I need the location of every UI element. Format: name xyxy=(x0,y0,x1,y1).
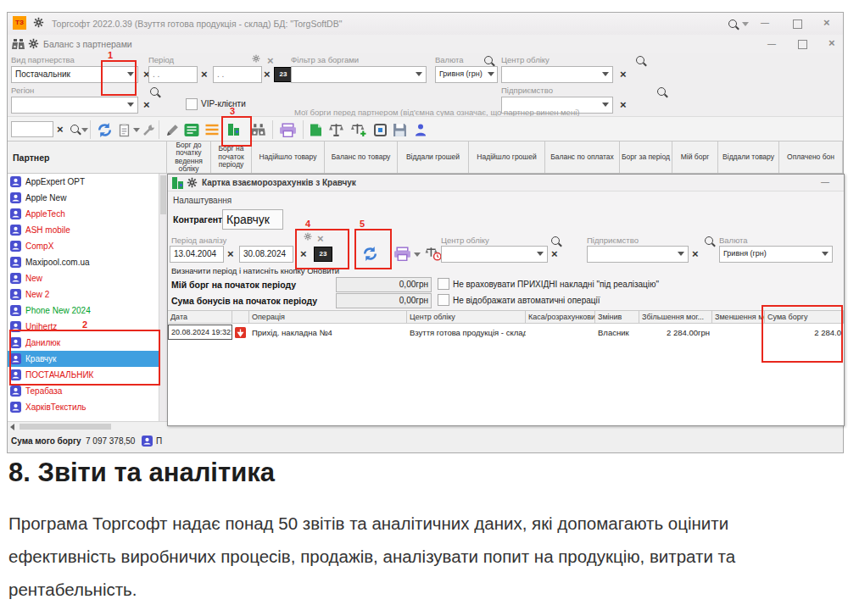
column-header[interactable]: Центр обліку xyxy=(407,310,526,324)
chevron-down-icon[interactable] xyxy=(488,72,494,76)
column-header[interactable]: Зменшення мог... xyxy=(712,310,765,324)
card-minimize-button[interactable] xyxy=(821,177,829,186)
center-search-icon[interactable] xyxy=(551,236,560,245)
column-header[interactable]: Мій борг xyxy=(672,142,718,174)
search-caret-icon[interactable] xyxy=(742,22,749,26)
settings-gear-icon[interactable] xyxy=(33,17,44,30)
clipboard-caret-icon[interactable] xyxy=(133,128,140,132)
partner-row[interactable]: CompX xyxy=(8,238,159,254)
close-button[interactable] xyxy=(823,16,830,29)
quick-search-clear-icon[interactable] xyxy=(57,125,64,134)
enterprise-clear-icon[interactable] xyxy=(620,101,627,109)
printer-icon[interactable] xyxy=(393,247,411,263)
column-header[interactable]: Борг за період xyxy=(620,142,672,174)
column-header[interactable]: Віддали грошей xyxy=(398,142,469,174)
calendar-icon[interactable]: 23 xyxy=(314,247,332,262)
search-icon[interactable] xyxy=(728,19,737,28)
partner-row[interactable]: ПОСТАЧАЛЬНИК xyxy=(8,367,159,383)
center-clear-icon[interactable] xyxy=(620,70,627,79)
date-from-field[interactable]: . . xyxy=(148,66,198,83)
partner-row[interactable]: Apple New xyxy=(8,190,159,206)
column-header[interactable]: Надійшло товару xyxy=(252,142,325,174)
chevron-down-icon[interactable] xyxy=(537,252,544,256)
calendar-icon[interactable]: 23 xyxy=(274,67,293,82)
green-card-icon[interactable] xyxy=(184,124,199,138)
refresh-icon[interactable] xyxy=(96,123,114,139)
quick-search-input[interactable] xyxy=(11,121,53,137)
printer-icon[interactable] xyxy=(279,123,297,139)
date-from-clear-icon[interactable] xyxy=(201,70,208,79)
square-icon[interactable] xyxy=(374,124,387,138)
partnership-combo[interactable]: Постачальник xyxy=(11,66,138,83)
chevron-down-icon[interactable] xyxy=(678,252,684,256)
balance-gear-icon[interactable] xyxy=(28,38,39,51)
row-cell[interactable]: 2 284.00грн xyxy=(639,325,712,340)
column-header[interactable]: Віддали товару xyxy=(718,142,779,174)
chevron-down-icon[interactable] xyxy=(602,72,609,76)
column-header[interactable]: Сума боргу xyxy=(765,310,844,324)
mutual-settlements-card-icon[interactable] xyxy=(226,123,241,138)
date-to-field[interactable]: 30.08.2024 xyxy=(239,246,293,263)
balance-restore-button[interactable] xyxy=(798,40,807,49)
row-cell[interactable] xyxy=(526,325,595,340)
orange-list-icon[interactable] xyxy=(204,124,220,137)
vip-checkbox[interactable] xyxy=(186,98,198,110)
vscrollbar-thumb[interactable] xyxy=(160,175,166,214)
incoming-invoice-icon[interactable] xyxy=(232,325,249,340)
column-header[interactable]: Каса/розрахунковий ... xyxy=(526,310,595,324)
period-close-icon[interactable] xyxy=(317,235,324,243)
partner-row[interactable]: Данилюк xyxy=(8,335,159,351)
balance-close-button[interactable] xyxy=(828,36,835,49)
printer-caret-icon[interactable] xyxy=(414,253,421,257)
region-clear-icon[interactable] xyxy=(143,101,150,109)
column-header[interactable]: Надійшло грошей xyxy=(469,142,545,174)
region-combo[interactable] xyxy=(11,97,138,114)
scroll-left-icon[interactable] xyxy=(10,424,14,430)
auto-operations-checkbox[interactable] xyxy=(438,294,449,306)
incoming-invoices-checkbox[interactable] xyxy=(438,278,449,290)
center-clear-icon[interactable] xyxy=(551,250,558,258)
column-header[interactable]: Баланс по товару xyxy=(325,142,398,174)
row-cell[interactable]: Взуття готова продукція - склад xyxy=(407,325,526,340)
menu-settings[interactable]: Налаштування xyxy=(173,196,232,205)
row-cell[interactable]: Власник xyxy=(595,325,639,340)
enterprise-search-icon[interactable] xyxy=(657,87,666,96)
partner-row[interactable]: Терабаза xyxy=(8,383,159,399)
hscrollbar-thumb[interactable] xyxy=(20,424,111,430)
date-to-field[interactable]: . . xyxy=(213,66,262,83)
partner-row[interactable]: Maxipool.com.ua xyxy=(8,254,159,270)
pencil-icon[interactable] xyxy=(165,123,180,139)
center-search-icon[interactable] xyxy=(636,56,644,64)
enterprise-search-icon[interactable] xyxy=(705,236,713,245)
column-header[interactable]: Збільшення мог... xyxy=(639,310,712,324)
card-table-row[interactable]: 20.08.2024 19:32:36Прихід. накладна №4Вз… xyxy=(168,325,844,340)
column-header[interactable]: Дата xyxy=(168,310,232,324)
date-to-clear-icon[interactable] xyxy=(300,250,307,258)
partner-row[interactable]: AppleTech xyxy=(8,206,159,222)
center-combo[interactable] xyxy=(501,66,613,83)
partner-row[interactable]: AppExpert OPT xyxy=(8,174,159,190)
column-header[interactable]: Борг до початку ведення обліку xyxy=(167,142,211,174)
date-from-clear-icon[interactable] xyxy=(227,250,234,258)
currency-search-icon[interactable] xyxy=(484,56,493,64)
card-gear-icon[interactable] xyxy=(187,177,198,190)
maximize-button[interactable] xyxy=(793,19,802,29)
enterprise-combo[interactable] xyxy=(587,246,689,263)
column-header[interactable]: Операція xyxy=(249,310,407,324)
minimize-button[interactable] xyxy=(761,18,769,27)
column-header[interactable]: Змінив xyxy=(595,310,639,324)
quick-search-caret-icon[interactable] xyxy=(81,128,88,132)
debt-filter-combo[interactable] xyxy=(291,66,427,83)
currency-combo[interactable]: Гривня (грн) xyxy=(435,66,498,83)
green-file-icon[interactable] xyxy=(310,123,322,139)
row-cell[interactable]: 2 284.0 xyxy=(765,325,844,340)
column-header[interactable]: Баланс по оплатах xyxy=(545,142,620,174)
region-search-icon[interactable] xyxy=(150,87,159,96)
scales-clock-icon[interactable] xyxy=(424,247,442,263)
column-header[interactable] xyxy=(232,310,249,324)
chevron-down-icon[interactable] xyxy=(416,72,422,76)
column-header[interactable]: Оплачено бон xyxy=(779,142,843,174)
quick-search-icon[interactable] xyxy=(70,125,79,133)
row-cell[interactable] xyxy=(712,325,765,340)
wrench-icon[interactable] xyxy=(142,123,156,139)
